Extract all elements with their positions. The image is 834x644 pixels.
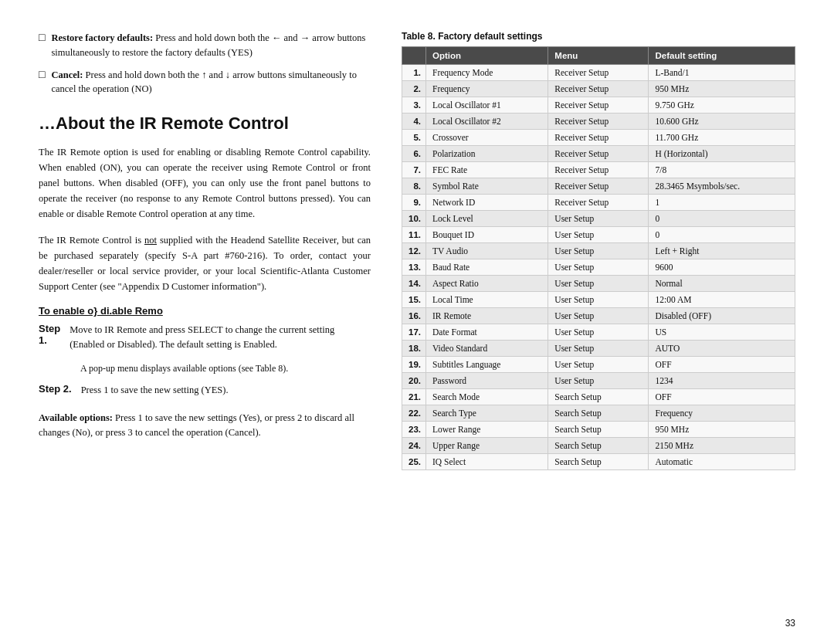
row-option: Local Time <box>426 292 548 308</box>
row-menu: User Setup <box>548 357 649 373</box>
row-menu: Receiver Setup <box>548 81 649 97</box>
row-menu: User Setup <box>548 227 649 243</box>
steps-block: Step 1. Move to IR Remote and press SELE… <box>39 323 371 375</box>
table-row: 6.PolarizationReceiver SetupH (Horizonta… <box>402 146 795 162</box>
row-option: FEC Rate <box>426 162 548 178</box>
step2-text: Press 1 to save the new setting (YES). <box>81 383 229 398</box>
row-option: Local Oscillator #2 <box>426 114 548 130</box>
table-row: 21.Search ModeSearch SetupOFF <box>402 389 795 405</box>
row-menu: User Setup <box>548 259 649 276</box>
bullet-restore: □ Restore factory defaults: Press and ho… <box>39 31 371 60</box>
row-option: Network ID <box>426 195 548 211</box>
row-num: 22. <box>402 405 426 422</box>
row-menu: User Setup <box>548 292 649 308</box>
checkbox-icon-2: □ <box>39 69 45 81</box>
row-default: L-Band/1 <box>649 65 795 81</box>
table-row: 18.Video StandardUser SetupAUTO <box>402 341 795 357</box>
table-row: 19.Subtitles LanguageUser SetupOFF <box>402 357 795 373</box>
right-column: Table 8. Factory default settings Option… <box>402 31 795 613</box>
row-option: TV Audio <box>426 243 548 259</box>
col-menu-header: Menu <box>548 47 649 65</box>
table-row: 4.Local Oscillator #2Receiver Setup10.60… <box>402 114 795 130</box>
row-num: 14. <box>402 276 426 292</box>
row-menu: Search Setup <box>548 405 649 422</box>
row-default: 11.700 GHz <box>649 130 795 146</box>
row-menu: User Setup <box>548 308 649 324</box>
row-default: OFF <box>649 357 795 373</box>
row-option: Crossover <box>426 130 548 146</box>
row-num: 21. <box>402 389 426 405</box>
available-options: Available options: Press 1 to save the n… <box>39 411 371 440</box>
row-num: 19. <box>402 357 426 373</box>
row-menu: Receiver Setup <box>548 146 649 162</box>
bullet-section: □ Restore factory defaults: Press and ho… <box>39 31 371 97</box>
factory-defaults-table: Option Menu Default setting 1.Frequency … <box>402 46 795 470</box>
row-default: 12:00 AM <box>649 292 795 308</box>
step-2-row: Step 2. Press 1 to save the new setting … <box>39 383 371 404</box>
restore-text: Restore factory defaults: Press and hold… <box>51 31 371 60</box>
row-num: 5. <box>402 130 426 146</box>
table-row: 9.Network IDReceiver Setup1 <box>402 195 795 211</box>
row-default: Normal <box>649 276 795 292</box>
row-menu: Receiver Setup <box>548 97 649 114</box>
row-option: Frequency <box>426 81 548 97</box>
row-menu: Receiver Setup <box>548 195 649 211</box>
row-option: Bouquet ID <box>426 227 548 243</box>
table-row: 23.Lower RangeSearch Setup950 MHz <box>402 422 795 438</box>
row-default: 7/8 <box>649 162 795 178</box>
table-row: 22.Search TypeSearch SetupFrequency <box>402 405 795 422</box>
table-row: 15.Local TimeUser Setup12:00 AM <box>402 292 795 308</box>
row-option: Local Oscillator #1 <box>426 97 548 114</box>
row-num: 11. <box>402 227 426 243</box>
row-num: 9. <box>402 195 426 211</box>
row-menu: Receiver Setup <box>548 178 649 195</box>
row-default: Automatic <box>649 454 795 470</box>
row-option: Date Format <box>426 324 548 341</box>
available-label: Available options: <box>39 412 113 423</box>
row-menu: User Setup <box>548 211 649 227</box>
row-menu: Receiver Setup <box>548 162 649 178</box>
row-num: 12. <box>402 243 426 259</box>
row-num: 13. <box>402 259 426 276</box>
col-num-header <box>402 47 426 65</box>
cancel-label: Cancel: <box>51 69 83 80</box>
row-default: 0 <box>649 211 795 227</box>
table-row: 24.Upper RangeSearch Setup2150 MHz <box>402 438 795 454</box>
row-num: 8. <box>402 178 426 195</box>
table-body: 1.Frequency ModeReceiver SetupL-Band/12.… <box>402 65 795 470</box>
row-default: 9600 <box>649 259 795 276</box>
row-option: Frequency Mode <box>426 65 548 81</box>
table-row: 17.Date FormatUser SetupUS <box>402 324 795 341</box>
restore-label: Restore factory defaults: <box>51 32 153 43</box>
row-num: 18. <box>402 341 426 357</box>
row-menu: Search Setup <box>548 389 649 405</box>
table-row: 11.Bouquet IDUser Setup0 <box>402 227 795 243</box>
row-default: US <box>649 324 795 341</box>
row-option: Polarization <box>426 146 548 162</box>
row-num: 16. <box>402 308 426 324</box>
col-option-header: Option <box>426 47 548 65</box>
left-column: □ Restore factory defaults: Press and ho… <box>39 31 371 613</box>
row-num: 4. <box>402 114 426 130</box>
row-num: 2. <box>402 81 426 97</box>
row-menu: User Setup <box>548 373 649 389</box>
row-default: Frequency <box>649 405 795 422</box>
step1-label: Step 1. <box>39 323 60 358</box>
row-option: Search Mode <box>426 389 548 405</box>
row-option: Upper Range <box>426 438 548 454</box>
body-para-1: The IR Remote option is used for enablin… <box>39 144 371 222</box>
row-num: 1. <box>402 65 426 81</box>
table-row: 1.Frequency ModeReceiver SetupL-Band/1 <box>402 65 795 81</box>
row-menu: Receiver Setup <box>548 65 649 81</box>
body-para-2: The IR Remote Control is not supplied wi… <box>39 232 371 294</box>
row-option: Subtitles Language <box>426 357 548 373</box>
table-row: 2.FrequencyReceiver Setup950 MHz <box>402 81 795 97</box>
checkbox-icon: □ <box>39 32 45 44</box>
row-menu: Receiver Setup <box>548 114 649 130</box>
row-default: AUTO <box>649 341 795 357</box>
step2-label: Step 2. <box>39 383 72 404</box>
table-row: 13.Baud RateUser Setup9600 <box>402 259 795 276</box>
row-num: 6. <box>402 146 426 162</box>
row-default: H (Horizontal) <box>649 146 795 162</box>
row-menu: Search Setup <box>548 422 649 438</box>
